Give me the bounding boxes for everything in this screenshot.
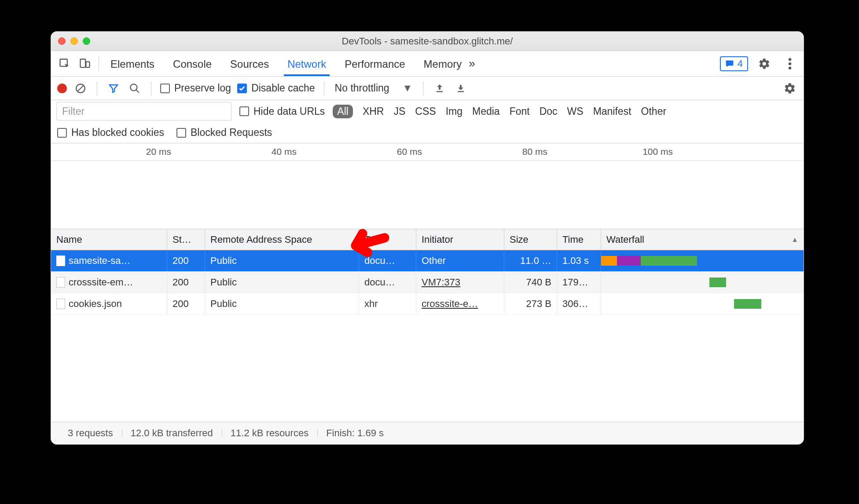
col-status[interactable]: St… xyxy=(167,229,205,250)
settings-gear-icon[interactable] xyxy=(755,55,774,73)
close-window-button[interactable] xyxy=(58,37,66,45)
console-messages-badge[interactable]: 4 xyxy=(720,56,748,71)
blocked-requests-checkbox[interactable]: Blocked Requests xyxy=(176,127,272,139)
more-panels-button[interactable]: » xyxy=(465,57,478,70)
filter-type-css[interactable]: CSS xyxy=(415,106,436,117)
checkbox-icon xyxy=(176,128,186,138)
device-toolbar-icon[interactable] xyxy=(76,55,94,73)
throttling-select[interactable]: No throttling ▼ xyxy=(333,82,415,94)
checkbox-icon xyxy=(160,84,170,93)
filter-type-img[interactable]: Img xyxy=(446,106,463,117)
separator xyxy=(97,81,97,95)
hide-data-urls-checkbox[interactable]: Hide data URLs xyxy=(239,106,325,117)
timeline-tick xyxy=(678,143,804,161)
col-remote-address-space[interactable]: Remote Address Space xyxy=(205,229,359,250)
table-row[interactable]: cookies.json200Publicxhrcrosssite-e…273 … xyxy=(51,293,804,315)
svg-point-7 xyxy=(130,84,137,91)
has-blocked-cookies-label: Has blocked cookies xyxy=(71,127,164,139)
separator xyxy=(423,81,423,95)
preserve-log-label: Preserve log xyxy=(174,82,231,94)
clear-icon[interactable] xyxy=(73,81,88,96)
separator xyxy=(324,81,324,95)
svg-rect-9 xyxy=(458,91,464,92)
traffic-lights xyxy=(58,37,90,45)
timeline-tick: 80 ms xyxy=(427,143,553,161)
window-title: DevTools - samesite-sandbox.glitch.me/ xyxy=(51,36,804,47)
upload-har-icon[interactable] xyxy=(432,81,447,96)
disable-cache-label: Disable cache xyxy=(251,82,315,94)
cell-name: crosssite-em… xyxy=(69,277,133,288)
file-icon xyxy=(56,277,65,288)
col-time[interactable]: Time xyxy=(557,229,601,250)
cell-time: 1.03 s xyxy=(557,250,601,271)
status-resources: 11.2 kB resources xyxy=(222,427,317,439)
cell-name: cookies.json xyxy=(69,298,122,310)
filter-type-font[interactable]: Font xyxy=(510,106,530,117)
disable-cache-checkbox[interactable]: Disable cache xyxy=(237,82,315,94)
status-finish: Finish: 1.69 s xyxy=(317,427,393,439)
panel-tabs: ElementsConsoleSourcesNetworkPerformance… xyxy=(109,53,463,75)
cell-waterfall xyxy=(601,272,804,293)
filter-type-doc[interactable]: Doc xyxy=(540,106,558,117)
sort-asc-icon: ▲ xyxy=(791,236,798,244)
cell-type: docu… xyxy=(359,250,416,271)
table-row[interactable]: samesite-sa…200Publicdocu…Other11.0 …1.0… xyxy=(51,250,804,272)
throttling-value: No throttling xyxy=(335,82,389,94)
filter-type-ws[interactable]: WS xyxy=(567,106,584,117)
cell-initiator[interactable]: VM7:373 xyxy=(416,272,504,293)
table-header: Name St… Remote Address Space Type Initi… xyxy=(51,229,804,250)
col-type[interactable]: Type xyxy=(359,229,416,250)
tab-sources[interactable]: Sources xyxy=(228,53,271,75)
tab-memory[interactable]: Memory xyxy=(422,53,464,75)
tab-console[interactable]: Console xyxy=(171,53,213,75)
filter-input[interactable]: Filter xyxy=(56,102,231,121)
filter-funnel-icon[interactable] xyxy=(106,81,121,96)
cell-type: xhr xyxy=(359,293,416,314)
filter-type-xhr[interactable]: XHR xyxy=(363,106,384,117)
filter-type-media[interactable]: Media xyxy=(472,106,500,117)
network-settings-gear-icon[interactable] xyxy=(782,81,797,96)
timeline-overview[interactable]: 20 ms40 ms60 ms80 ms100 ms xyxy=(51,143,804,229)
cell-remote-address-space: Public xyxy=(205,250,359,271)
table-body: samesite-sa…200Publicdocu…Other11.0 …1.0… xyxy=(51,250,804,315)
filter-type-all[interactable]: All xyxy=(333,105,353,118)
tab-performance[interactable]: Performance xyxy=(343,53,407,75)
kebab-menu-icon[interactable] xyxy=(781,55,799,73)
table-row[interactable]: crosssite-em…200Publicdocu…VM7:373740 B1… xyxy=(51,272,804,293)
filter-type-js[interactable]: JS xyxy=(393,106,405,117)
cell-size: 11.0 … xyxy=(504,250,557,271)
cell-waterfall xyxy=(601,293,804,314)
timeline-tick: 60 ms xyxy=(302,143,427,161)
col-size[interactable]: Size xyxy=(504,229,557,250)
status-transferred: 12.0 kB transferred xyxy=(122,427,222,439)
tab-network[interactable]: Network xyxy=(286,53,328,75)
minimize-window-button[interactable] xyxy=(70,37,78,45)
zoom-window-button[interactable] xyxy=(83,37,90,45)
cell-waterfall xyxy=(601,250,804,271)
resource-type-filters: AllXHRJSCSSImgMediaFontDocWSManifestOthe… xyxy=(333,105,666,118)
has-blocked-cookies-checkbox[interactable]: Has blocked cookies xyxy=(57,127,164,139)
filter-type-other[interactable]: Other xyxy=(641,106,667,117)
download-har-icon[interactable] xyxy=(453,81,468,96)
cell-initiator[interactable]: crosssite-e… xyxy=(416,293,504,314)
filter-type-manifest[interactable]: Manifest xyxy=(593,106,631,117)
cell-time: 179… xyxy=(557,272,601,293)
preserve-log-checkbox[interactable]: Preserve log xyxy=(160,82,231,94)
record-button[interactable] xyxy=(57,84,67,93)
file-icon xyxy=(56,256,65,266)
svg-point-4 xyxy=(789,62,792,65)
chevron-down-icon: ▼ xyxy=(403,82,413,94)
col-initiator[interactable]: Initiator xyxy=(416,229,504,250)
cell-size: 273 B xyxy=(504,293,557,314)
col-name[interactable]: Name xyxy=(51,229,167,250)
search-icon[interactable] xyxy=(127,81,142,96)
titlebar: DevTools - samesite-sandbox.glitch.me/ xyxy=(51,32,804,51)
cell-status: 200 xyxy=(167,250,205,271)
col-waterfall[interactable]: Waterfall ▲ xyxy=(601,229,804,250)
blocked-requests-label: Blocked Requests xyxy=(191,127,272,139)
inspect-element-icon[interactable] xyxy=(55,55,74,73)
messages-count: 4 xyxy=(738,58,743,69)
cell-initiator: Other xyxy=(416,250,504,271)
tab-elements[interactable]: Elements xyxy=(109,53,156,75)
svg-rect-2 xyxy=(86,62,89,67)
